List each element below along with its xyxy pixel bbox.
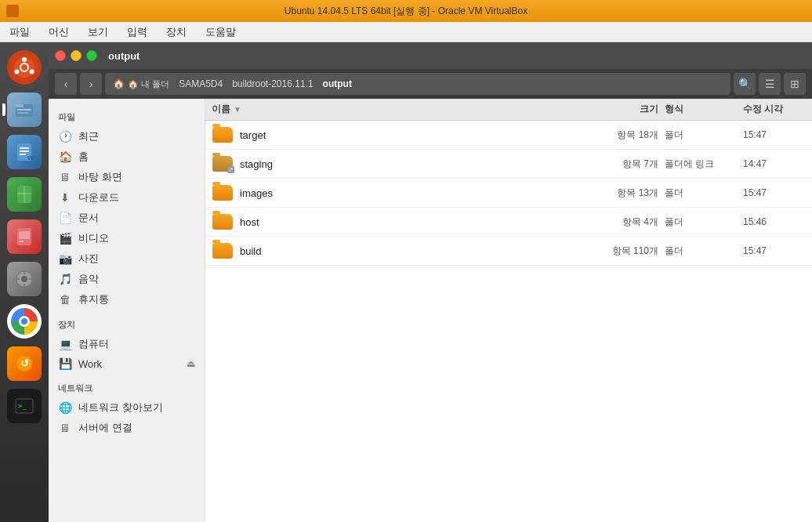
svg-point-2 (22, 57, 27, 62)
search-icon: 🔍 (738, 78, 752, 90)
file-size-build: 항목 110개 (571, 245, 665, 258)
menu-view[interactable]: 보기 (85, 24, 111, 41)
sidebar-item-work[interactable]: 💾 Work ⏏ (49, 354, 205, 373)
menu-input[interactable]: 입력 (124, 24, 150, 41)
svg-rect-7 (17, 109, 31, 111)
svg-rect-19 (19, 241, 24, 242)
svg-rect-10 (20, 147, 29, 149)
sidebar-item-trash[interactable]: 🗑 휴지통 (49, 289, 205, 310)
column-modified[interactable]: 수정 시각 (743, 103, 806, 116)
sidebar-item-recent[interactable]: 🕐 최근 (49, 126, 205, 147)
dock-update[interactable]: ↺ (5, 345, 43, 382)
breadcrumb-buildroot[interactable]: buildroot-2016.11.1 (227, 77, 317, 91)
vm-icon (6, 5, 19, 17)
window-close-button[interactable] (55, 50, 66, 61)
file-type-staging: 폴더에 링크 (665, 158, 743, 171)
file-name-images: images (240, 187, 571, 199)
window-maximize-button[interactable] (86, 50, 97, 61)
svg-text:↺: ↺ (20, 357, 29, 369)
sidebar-item-downloads[interactable]: ⬇ 다운로드 (49, 187, 205, 208)
file-name-target: target (240, 129, 571, 141)
breadcrumb: 🏠 🏠 내 폴더 SAMA5D4 buildroot-2016.11.1 out… (105, 73, 730, 95)
sidebar-item-connect-server[interactable]: 🖥 서버에 연결 (49, 418, 205, 438)
svg-rect-23 (24, 284, 25, 287)
dock-calc[interactable] (5, 176, 43, 213)
menu-device[interactable]: 장치 (163, 24, 190, 41)
window-minimize-button[interactable] (71, 50, 82, 61)
sidebar-item-home[interactable]: 🏠 홈 (49, 147, 205, 167)
sidebar-item-desktop[interactable]: 🖥 바탕 화면 (49, 167, 205, 187)
file-size-target: 항목 18개 (571, 129, 665, 142)
recent-icon: 🕐 (58, 130, 72, 143)
back-button[interactable]: ‹ (55, 73, 77, 95)
sidebar-section-devices: 장치 💻 컴퓨터 💾 Work ⏏ (49, 313, 205, 376)
table-row[interactable]: host 항목 4개 폴더 15:46 (205, 208, 812, 237)
writer-icon: W (7, 135, 42, 169)
eject-icon[interactable]: ⏏ (187, 358, 195, 369)
forward-button[interactable]: › (80, 73, 102, 95)
sidebar-item-music[interactable]: 🎵 음악 (49, 269, 205, 289)
folder-icon-target (212, 125, 234, 144)
file-list: 이름 ▼ 크기 형식 수정 시각 target 항목 18개 폴더 15:47 (205, 99, 812, 522)
folder-icon-staging (212, 154, 234, 173)
sidebar-item-network-browse[interactable]: 🌐 네트워크 찾아보기 (49, 397, 205, 418)
desktop-icon: 🖥 (58, 171, 72, 183)
column-name[interactable]: 이름 ▼ (212, 103, 571, 116)
downloads-icon: ⬇ (58, 191, 72, 204)
svg-rect-25 (29, 278, 32, 280)
sort-arrow-icon: ▼ (234, 105, 241, 114)
folder-icon-host (212, 212, 234, 231)
sidebar-item-documents[interactable]: 📄 문서 (49, 208, 205, 228)
view-grid-button[interactable]: ⊞ (784, 73, 806, 95)
window-chrome: output (49, 42, 812, 69)
files-icon (7, 92, 42, 127)
column-size[interactable]: 크기 (571, 103, 665, 116)
dock-writer[interactable]: W (5, 133, 43, 171)
dock-ubuntu[interactable] (5, 49, 43, 86)
pictures-icon: 📷 (58, 252, 72, 265)
grid-icon: ⊞ (790, 78, 799, 90)
trash-icon: 🗑 (58, 293, 72, 306)
breadcrumb-sama5d4[interactable]: SAMA5D4 (174, 77, 227, 91)
table-row[interactable]: staging 항목 7개 폴더에 링크 14:47 (205, 150, 812, 179)
file-modified-build: 15:47 (743, 245, 806, 256)
dock-terminal[interactable]: >_ (5, 387, 43, 425)
file-size-host: 항목 4개 (571, 216, 665, 229)
chrome-icon (7, 304, 42, 339)
calc-icon (7, 177, 42, 212)
file-type-images: 폴더 (665, 187, 743, 200)
sidebar-item-pictures[interactable]: 📷 사진 (49, 248, 205, 269)
window-title: Ubuntu 14.04.5 LTS 64bit [실행 중] - Oracle… (285, 5, 527, 18)
dock-manager[interactable] (5, 260, 43, 298)
view-menu-button[interactable]: ☰ (759, 73, 781, 95)
sidebar-section-label-devices: 장치 (49, 316, 205, 334)
sidebar-item-videos[interactable]: 🎬 비디오 (49, 228, 205, 248)
svg-rect-8 (17, 112, 28, 114)
table-row[interactable]: target 항목 18개 폴더 15:47 (205, 121, 812, 150)
file-size-images: 항목 13개 (571, 187, 665, 200)
table-row[interactable]: images 항목 13개 폴더 15:47 (205, 179, 812, 208)
search-button[interactable]: 🔍 (734, 73, 756, 95)
menu-bar: 파일 머신 보기 입력 장치 도움말 (0, 22, 812, 42)
svg-rect-22 (24, 271, 25, 274)
menu-help[interactable]: 도움말 (202, 24, 239, 41)
file-manager-window: output ‹ › 🏠 🏠 내 폴더 SAMA5D4 buildroot-20… (49, 42, 812, 522)
dock-chrome[interactable] (5, 303, 43, 340)
dock-files[interactable] (5, 91, 43, 129)
file-modified-target: 15:47 (743, 129, 806, 140)
file-modified-host: 15:46 (743, 216, 806, 227)
table-row[interactable]: build 항목 110개 폴더 15:47 (205, 237, 812, 266)
svg-point-3 (30, 70, 34, 74)
sidebar-item-computer[interactable]: 💻 컴퓨터 (49, 334, 205, 354)
breadcrumb-home[interactable]: 🏠 🏠 내 폴더 (108, 77, 174, 92)
breadcrumb-output[interactable]: output (318, 77, 357, 91)
file-modified-images: 15:47 (743, 187, 806, 198)
menu-file[interactable]: 파일 (6, 24, 33, 41)
main-container: W (0, 42, 812, 522)
terminal-icon: >_ (7, 389, 42, 423)
column-type[interactable]: 형식 (665, 103, 743, 116)
menu-machine[interactable]: 머신 (45, 24, 72, 41)
file-type-host: 폴더 (665, 216, 743, 229)
dock-impress[interactable] (5, 218, 43, 256)
drive-icon: 💾 (58, 357, 72, 370)
